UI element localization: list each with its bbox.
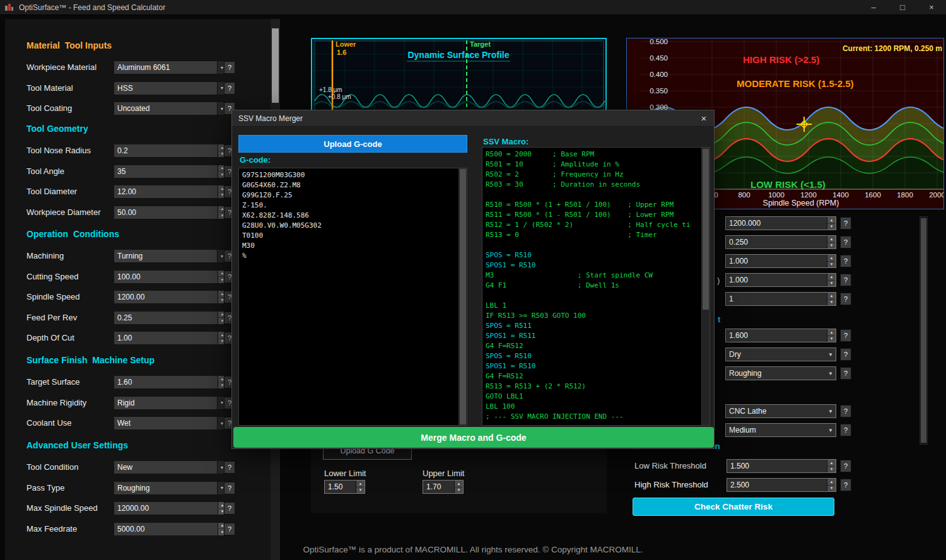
input-tool-condition[interactable]: New▼ <box>114 460 227 474</box>
spinner-down-icon[interactable]: ▼ <box>827 300 836 306</box>
input-machining[interactable]: Turning▼ <box>114 249 227 263</box>
low-risk-threshold-input[interactable]: 1.500 ▲ ▼ <box>727 459 836 473</box>
right-input-cnc-lathe[interactable]: CNC Lathe▼ <box>725 404 836 418</box>
macro-textarea[interactable]: R500 = 2000 ; Base RPMR501 = 10 ; Amplit… <box>482 147 710 426</box>
dropdown-arrow-icon[interactable]: ▼ <box>826 367 836 380</box>
right-input-1-000[interactable]: 1.000▲▼ <box>725 254 836 268</box>
spinner-down-icon[interactable]: ▼ <box>827 224 836 230</box>
spinner-down-icon[interactable]: ▼ <box>827 467 836 473</box>
input-target-surface[interactable]: 1.60▲▼ <box>114 375 227 389</box>
right-input-1-000[interactable]: 1.000▲▼ <box>725 273 836 287</box>
minimize-button[interactable]: – <box>859 0 888 15</box>
input-feed-per-rev[interactable]: 0.25▲▼ <box>114 311 227 325</box>
dropdown-arrow-icon[interactable]: ▼ <box>826 405 836 417</box>
upper-limit-input[interactable]: 1.70 ▲ ▼ <box>423 480 464 494</box>
help-button[interactable]: ? <box>840 329 851 342</box>
help-button[interactable]: ? <box>840 424 851 436</box>
right-input-1200-000[interactable]: 1200.000▲▼ <box>725 216 836 230</box>
input-tool-material[interactable]: HSS▼ <box>114 81 227 95</box>
field-value: Medium <box>726 424 826 436</box>
check-chatter-risk-button[interactable]: Check Chatter Risk <box>633 498 834 516</box>
help-button[interactable]: ? <box>224 61 235 74</box>
dialog-titlebar[interactable]: SSV Macro Merger × <box>232 110 714 127</box>
spinner-up-icon[interactable]: ▲ <box>827 236 836 243</box>
spinner-up-icon[interactable]: ▲ <box>455 481 463 487</box>
help-button[interactable]: ? <box>840 405 851 417</box>
spinner-up-icon[interactable]: ▲ <box>827 274 836 281</box>
spinner-buttons: ▲ ▼ <box>827 479 836 491</box>
spinner-down-icon[interactable]: ▼ <box>827 262 836 268</box>
help-button[interactable]: ? <box>840 348 851 361</box>
input-pass-type[interactable]: Roughing▼ <box>114 481 227 495</box>
gcode-content: G97S1200M03G300G0G54X60.Z2.M8G99G1Z0.F.2… <box>242 170 457 424</box>
spinner-up-icon[interactable]: ▲ <box>827 255 836 262</box>
help-button[interactable]: ? <box>224 82 235 95</box>
help-button[interactable]: ? <box>840 367 851 380</box>
lower-limit-input[interactable]: 1.50 ▲ ▼ <box>324 480 365 494</box>
help-button[interactable]: ? <box>840 460 851 472</box>
help-button[interactable]: ? <box>840 217 851 230</box>
help-button[interactable]: ? <box>840 293 851 305</box>
spinner-up-icon[interactable]: ▲ <box>356 481 365 487</box>
right-input-1-600[interactable]: 1.600▲▼ <box>725 329 836 342</box>
help-button[interactable]: ? <box>224 502 235 515</box>
input-spindle-speed[interactable]: 1200.00▲▼ <box>114 290 227 304</box>
upload-gcode-dialog-button[interactable]: Upload G-code <box>238 135 467 153</box>
help-button[interactable]: ? <box>840 479 851 491</box>
dialog-close-icon[interactable]: × <box>694 110 714 126</box>
dropdown-arrow-icon[interactable]: ▼ <box>826 424 836 436</box>
gcode-textarea[interactable]: G97S1200M03G300G0G54X60.Z2.M8G99G1Z0.F.2… <box>238 168 467 426</box>
high-risk-threshold-input[interactable]: 2.500 ▲ ▼ <box>727 478 836 492</box>
spinner-down-icon[interactable]: ▼ <box>827 486 836 492</box>
macro-line: R502 = 2 ; Frequency in Hz <box>486 170 699 180</box>
close-button[interactable]: × <box>917 0 946 15</box>
spinner-up-icon[interactable]: ▲ <box>827 217 836 224</box>
right-input-roughing[interactable]: Roughing▼ <box>725 366 836 380</box>
input-workpiece-diameter[interactable]: 50.00▲▼ <box>114 206 227 219</box>
help-button[interactable]: ? <box>224 523 235 535</box>
input-machine-rigidity[interactable]: Rigid▼ <box>114 396 227 410</box>
right-input-dry[interactable]: Dry▼ <box>725 347 836 361</box>
input-coolant-use[interactable]: Wet▼ <box>114 416 227 430</box>
field-value: 100.00 <box>114 271 218 283</box>
input-tool-angle[interactable]: 35▲▼ <box>114 165 227 178</box>
gcode-scrollbar[interactable] <box>458 168 467 425</box>
spinner-up-icon[interactable]: ▲ <box>827 329 836 336</box>
merge-macro-button[interactable]: Merge Macro and G-code <box>233 427 714 448</box>
spinner-up-icon[interactable]: ▲ <box>827 293 836 300</box>
right-scrollbar-thumb[interactable] <box>921 218 926 443</box>
spinner-down-icon[interactable]: ▼ <box>356 487 365 494</box>
spinner-up-icon[interactable]: ▲ <box>827 479 836 486</box>
dropdown-arrow-icon[interactable]: ▼ <box>826 348 836 361</box>
left-scrollbar-thumb[interactable] <box>272 28 279 103</box>
spinner-down-icon[interactable]: ▼ <box>455 487 463 494</box>
titlebar: OptiSurface™ - Feed and Speed Calculator… <box>0 0 946 15</box>
input-tool-nose-radius[interactable]: 0.2▲▼ <box>114 144 227 158</box>
spinner-down-icon[interactable]: ▼ <box>827 336 836 342</box>
help-button[interactable]: ? <box>840 236 851 248</box>
input-workpiece-material[interactable]: Aluminum 6061▼ <box>114 61 227 74</box>
help-button[interactable]: ? <box>840 274 851 286</box>
right-input-medium[interactable]: Medium▼ <box>725 423 836 437</box>
input-max-spindle-speed[interactable]: 12000.00▲▼ <box>114 501 227 515</box>
input-max-feedrate[interactable]: 5000.00▲▼ <box>114 522 227 536</box>
right-input-0-250[interactable]: 0.250▲▼ <box>725 235 836 249</box>
input-depth-of-cut[interactable]: 1.00▲▼ <box>114 331 227 345</box>
help-button[interactable]: ? <box>840 255 851 267</box>
help-button[interactable]: ? <box>224 461 235 474</box>
macro-scrollbar[interactable] <box>701 148 710 425</box>
gcode-scrollbar-thumb[interactable] <box>460 169 466 424</box>
spinner-up-icon[interactable]: ▲ <box>827 460 836 467</box>
spinner-down-icon[interactable]: ▼ <box>827 281 836 287</box>
input-tool-diameter[interactable]: 12.00▲▼ <box>114 185 227 199</box>
help-button[interactable]: ? <box>224 482 235 494</box>
field-label-pass-type: Pass Type <box>26 483 64 493</box>
right-input-1[interactable]: 1▲▼ <box>725 292 836 306</box>
input-tool-coating[interactable]: Uncoated▼ <box>114 102 227 115</box>
maximize-button[interactable]: □ <box>888 0 917 15</box>
input-cutting-speed[interactable]: 100.00▲▼ <box>114 270 227 284</box>
right-scrollbar[interactable] <box>920 216 928 445</box>
spinner-down-icon[interactable]: ▼ <box>827 243 836 249</box>
section-heading-advanced-user-settings: Advanced User Settings <box>26 440 128 450</box>
macro-scrollbar-thumb[interactable] <box>703 149 709 310</box>
